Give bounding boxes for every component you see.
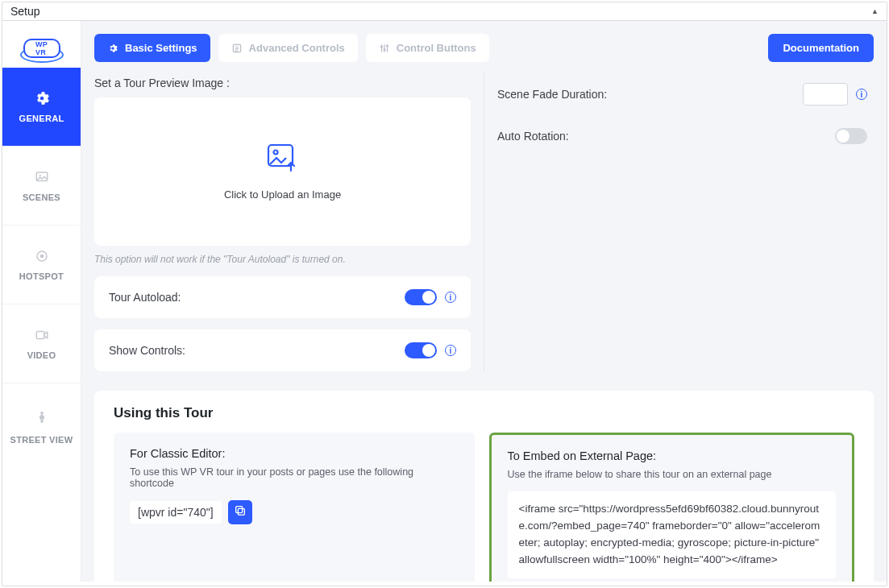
classic-editor-heading: For Classic Editor: [130, 447, 459, 460]
classic-editor-box: For Classic Editor: To use this WP VR to… [114, 433, 475, 582]
show-controls-toggle[interactable] [405, 342, 437, 358]
sliders-icon [231, 43, 243, 54]
logo: WP VR [2, 21, 81, 68]
sidebar-item-scenes[interactable]: SCENES [2, 147, 81, 226]
svg-point-3 [39, 254, 44, 258]
autoload-label: Tour Autoload: [109, 291, 181, 304]
sidebar-item-label: VIDEO [27, 350, 56, 360]
copy-shortcode-button[interactable] [228, 500, 252, 524]
sidebar-item-video[interactable]: VIDEO [2, 304, 81, 383]
person-icon [35, 410, 49, 427]
tab-advanced-controls[interactable]: Advanced Controls [218, 34, 358, 62]
show-controls-label: Show Controls: [109, 344, 185, 357]
upload-hint: This option will not work if the "Tour A… [94, 254, 471, 265]
sidebar-item-label: HOTSPOT [19, 271, 64, 281]
controls-icon [379, 43, 390, 54]
collapse-icon: ▲ [871, 7, 879, 15]
panel-header[interactable]: Setup ▲ [2, 2, 887, 21]
documentation-button[interactable]: Documentation [768, 34, 874, 62]
classic-editor-desc: To use this WP VR tour in your posts or … [130, 466, 459, 489]
upload-text: Click to Upload an Image [224, 188, 341, 201]
info-icon[interactable]: i [856, 89, 867, 100]
upload-icon [267, 143, 299, 176]
sidebar-item-street-view[interactable]: STREET VIEW [2, 383, 81, 472]
preview-image-label: Set a Tour Preview Image : [94, 77, 471, 89]
svg-point-5 [40, 412, 44, 415]
gear-icon [35, 91, 49, 107]
logo-text: WP VR [23, 39, 60, 58]
sidebar-item-label: SCENES [23, 193, 60, 202]
sidebar-item-hotspot[interactable]: HOTSPOT [2, 226, 81, 304]
using-tour-title: Using this Tour [114, 405, 854, 421]
sidebar-item-label: GENERAL [19, 114, 64, 123]
svg-point-11 [273, 150, 277, 154]
fade-duration-input[interactable] [803, 83, 848, 106]
shortcode-text[interactable]: [wpvr id="740"] [130, 501, 222, 524]
autoload-toggle[interactable] [405, 289, 437, 305]
info-icon[interactable]: i [445, 345, 456, 356]
fade-duration-label: Scene Fade Duration: [497, 88, 607, 101]
target-icon [35, 249, 49, 265]
copy-icon [234, 504, 247, 520]
embed-desc: Use the iframe below to share this tour … [508, 469, 837, 480]
image-icon [35, 170, 49, 186]
svg-point-9 [386, 45, 388, 47]
tab-label: Advanced Controls [249, 42, 345, 54]
tab-label: Control Buttons [397, 42, 476, 54]
upload-area[interactable]: Click to Upload an Image [94, 97, 471, 246]
embed-external-box: To Embed on External Page: Use the ifram… [489, 433, 855, 582]
panel-title: Setup [10, 5, 40, 18]
sidebar: WP VR GENERAL SCENES HOTSPOT [2, 21, 81, 582]
iframe-code[interactable]: <iframe src="https://wordpress5efd69bf60… [508, 491, 837, 578]
svg-rect-4 [36, 331, 44, 338]
info-icon[interactable]: i [445, 292, 456, 303]
tab-control-buttons[interactable]: Control Buttons [366, 34, 489, 62]
svg-point-7 [380, 46, 382, 48]
auto-rotation-label: Auto Rotation: [497, 130, 569, 143]
sidebar-item-general[interactable]: GENERAL [2, 68, 81, 147]
tab-label: Basic Settings [125, 42, 197, 54]
svg-rect-12 [238, 508, 244, 515]
svg-rect-13 [235, 507, 242, 513]
tab-basic-settings[interactable]: Basic Settings [94, 34, 210, 62]
video-icon [35, 328, 49, 344]
svg-point-8 [384, 48, 385, 50]
svg-point-1 [39, 174, 40, 176]
gear-icon [107, 43, 118, 54]
auto-rotation-toggle[interactable] [835, 128, 867, 144]
sidebar-item-label: STREET VIEW [10, 434, 73, 445]
embed-heading: To Embed on External Page: [508, 449, 837, 462]
